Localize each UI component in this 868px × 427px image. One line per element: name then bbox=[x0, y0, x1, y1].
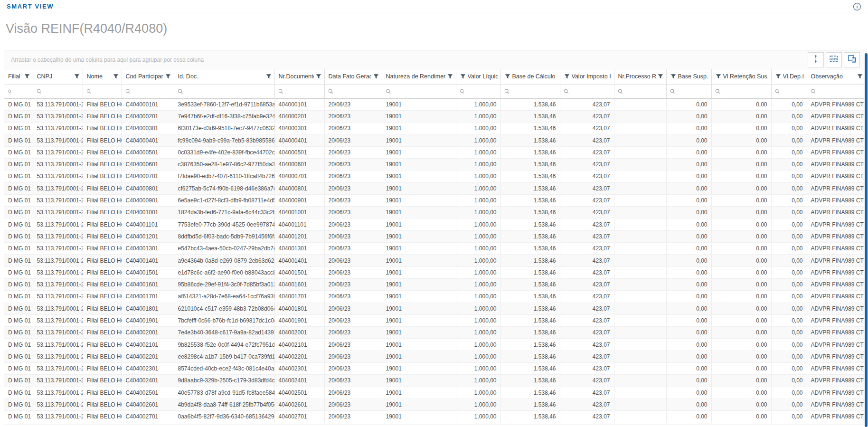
column-header-natureza[interactable]: Natureza de Rendimento bbox=[382, 69, 456, 84]
table-row[interactable]: D MG 0153.113.791/0001-22Filial BELO HOR… bbox=[4, 158, 864, 170]
search-cell-data_fato_gerador[interactable] bbox=[324, 84, 382, 98]
cell-vl_retencao_sus_ir: 0,00 bbox=[711, 218, 771, 230]
table-row[interactable]: D MG 0153.113.791/0001-22Filial BELO HOR… bbox=[4, 411, 864, 423]
column-header-nome[interactable]: Nome bbox=[83, 69, 122, 84]
search-input-cod_participante[interactable] bbox=[132, 88, 172, 95]
table-row[interactable]: D MG 0153.113.791/0001-22Filial BELO HOR… bbox=[4, 339, 864, 351]
table-row[interactable]: D MG 0153.113.791/0001-22Filial BELO HOR… bbox=[4, 314, 864, 326]
column-header-cnpj[interactable]: CNPJ bbox=[33, 69, 83, 84]
search-cell-valor_imposto_ir[interactable] bbox=[560, 84, 614, 98]
search-input-vl_dep_ir[interactable] bbox=[782, 88, 805, 95]
column-header-observacao[interactable]: Observação bbox=[807, 69, 864, 84]
search-input-natureza[interactable] bbox=[393, 88, 453, 95]
search-input-data_fato_gerador[interactable] bbox=[335, 88, 380, 95]
search-cell-cnpj[interactable] bbox=[33, 84, 83, 98]
table-row[interactable]: D MG 0153.113.791/0001-22Filial BELO HOR… bbox=[4, 387, 864, 399]
table-row[interactable]: D MG 0153.113.791/0001-22Filial BELO HOR… bbox=[4, 98, 864, 110]
table-row[interactable]: D MG 0153.113.791/0001-22Filial BELO HOR… bbox=[4, 303, 864, 314]
table-row[interactable]: D MG 0153.113.791/0001-22Filial BELO HOR… bbox=[4, 363, 864, 375]
filter-funnel-icon[interactable] bbox=[460, 74, 466, 79]
column-header-vl_retencao_sus_ir[interactable]: Vl Retenção Sus. IR bbox=[711, 69, 771, 84]
table-row[interactable]: D MG 0153.113.791/0001-22Filial BELO HOR… bbox=[4, 110, 864, 122]
search-cell-natureza[interactable] bbox=[382, 84, 456, 98]
column-header-nr_documento[interactable]: Nr.Documento bbox=[274, 69, 324, 84]
search-cell-base_calculo_ir[interactable] bbox=[500, 84, 560, 98]
vertical-scrollbar[interactable] bbox=[865, 53, 868, 427]
search-input-nome[interactable] bbox=[93, 88, 120, 95]
filter-funnel-icon[interactable] bbox=[564, 74, 570, 79]
search-cell-cod_participante[interactable] bbox=[122, 84, 174, 98]
filter-funnel-icon[interactable] bbox=[266, 74, 272, 79]
table-row[interactable]: D MG 0153.113.791/0001-22Filial BELO HOR… bbox=[4, 218, 864, 230]
column-header-nr_processo_ref[interactable]: Nr.Processo Ref. bbox=[614, 69, 666, 84]
table-row[interactable]: D MG 0153.113.791/0001-22Filial BELO HOR… bbox=[4, 182, 864, 194]
table-row[interactable]: D MG 0153.113.791/0001-22Filial BELO HOR… bbox=[4, 171, 864, 182]
table-row[interactable]: D MG 0153.113.791/0001-22Filial BELO HOR… bbox=[4, 207, 864, 218]
search-input-valor_liquido[interactable] bbox=[466, 88, 498, 95]
search-cell-id_doc[interactable] bbox=[174, 84, 274, 98]
column-chooser-button[interactable] bbox=[844, 52, 860, 67]
table-row[interactable]: D MG 0153.113.791/0001-22Filial BELO HOR… bbox=[4, 351, 864, 362]
filter-funnel-icon[interactable] bbox=[24, 74, 30, 79]
search-cell-observacao[interactable] bbox=[807, 84, 864, 98]
column-header-base_calculo_ir[interactable]: Base de Cálculo IR bbox=[500, 69, 560, 84]
filter-funnel-icon[interactable] bbox=[716, 74, 721, 79]
search-input-nr_documento[interactable] bbox=[285, 88, 322, 95]
table-row[interactable]: D MG 0153.113.791/0001-22Filial BELO HOR… bbox=[4, 194, 864, 206]
table-row[interactable]: D MG 0153.113.791/0001-22Filial BELO HOR… bbox=[4, 230, 864, 242]
cell-nr_processo_ref bbox=[614, 146, 666, 158]
filter-funnel-icon[interactable] bbox=[165, 74, 171, 79]
table-row[interactable]: D MG 0153.113.791/0001-22Filial BELO HOR… bbox=[4, 291, 864, 303]
filter-funnel-icon[interactable] bbox=[373, 74, 379, 79]
search-input-filial[interactable] bbox=[14, 88, 30, 95]
filter-funnel-icon[interactable] bbox=[775, 74, 781, 79]
search-input-observacao[interactable] bbox=[818, 88, 864, 95]
search-input-id_doc[interactable] bbox=[185, 88, 272, 95]
table-row[interactable]: D MG 0153.113.791/0001-22Filial BELO HOR… bbox=[4, 266, 864, 278]
search-cell-nome[interactable] bbox=[83, 84, 122, 98]
search-cell-vl_dep_ir[interactable] bbox=[771, 84, 807, 98]
search-input-base_calculo_ir[interactable] bbox=[511, 88, 558, 95]
search-input-base_susp_ir[interactable] bbox=[677, 88, 709, 95]
column-header-id_doc[interactable]: Id. Doc. bbox=[174, 69, 274, 84]
search-cell-valor_liquido[interactable] bbox=[456, 84, 500, 98]
search-cell-nr_documento[interactable] bbox=[274, 84, 324, 98]
column-header-valor_imposto_ir[interactable]: Valor Imposto IR bbox=[560, 69, 614, 84]
table-row[interactable]: D MG 0153.113.791/0001-22Filial BELO HOR… bbox=[4, 255, 864, 266]
search-cell-filial[interactable] bbox=[4, 84, 33, 98]
column-header-base_susp_ir[interactable]: Base Susp.IR bbox=[666, 69, 711, 84]
column-header-filial[interactable]: Filial bbox=[4, 69, 33, 84]
filter-funnel-icon[interactable] bbox=[316, 74, 321, 79]
table-row[interactable]: D MG 0153.113.791/0001-22Filial BELO HOR… bbox=[4, 327, 864, 339]
column-header-cod_participante[interactable]: Cod Participante bbox=[122, 69, 174, 84]
column-header-valor_liquido[interactable]: Valor Líquido bbox=[456, 69, 500, 84]
search-cell-nr_processo_ref[interactable] bbox=[614, 84, 666, 98]
filter-funnel-icon[interactable] bbox=[447, 74, 453, 79]
column-header-data_fato_gerador[interactable]: Data Fato Gerador bbox=[324, 69, 382, 84]
table-row[interactable]: D MG 0153.113.791/0001-22Filial BELO HOR… bbox=[4, 146, 864, 158]
column-header-vl_dep_ir[interactable]: Vl.Dep.IR bbox=[771, 69, 807, 84]
search-cell-vl_retencao_sus_ir[interactable] bbox=[711, 84, 771, 98]
filter-funnel-icon[interactable] bbox=[857, 74, 863, 79]
search-input-nr_processo_ref[interactable] bbox=[625, 88, 664, 95]
table-row[interactable]: D MG 0153.113.791/0001-22Filial BELO HOR… bbox=[4, 399, 864, 410]
info-icon[interactable] bbox=[853, 2, 861, 11]
group-by-panel[interactable]: Arrastar o cabeçalho de uma coluna para … bbox=[4, 50, 864, 69]
filter-funnel-icon[interactable] bbox=[670, 74, 676, 79]
table-row[interactable]: D MG 0153.113.791/0001-22Filial BELO HOR… bbox=[4, 134, 864, 146]
filter-funnel-icon[interactable] bbox=[113, 74, 119, 79]
filter-funnel-icon[interactable] bbox=[505, 74, 510, 79]
search-input-vl_retencao_sus_ir[interactable] bbox=[722, 88, 769, 95]
table-row[interactable]: D MG 0153.113.791/0001-22Filial BELO HOR… bbox=[4, 123, 864, 134]
table-row[interactable]: D MG 0153.113.791/0001-22Filial BELO HOR… bbox=[4, 278, 864, 290]
table-row[interactable]: D MG 0153.113.791/0001-22Filial BELO HOR… bbox=[4, 243, 864, 255]
cell-id_doc: ee8298c4-a1b7-15b9-b417-0ca739fd1051 bbox=[174, 351, 274, 362]
search-input-valor_imposto_ir[interactable] bbox=[571, 88, 612, 95]
export-xlsx-button[interactable]: xlsx bbox=[826, 52, 842, 67]
row-size-button[interactable] bbox=[808, 52, 824, 67]
table-row[interactable]: D MG 0153.113.791/0001-22Filial BELO HOR… bbox=[4, 375, 864, 387]
search-input-cnpj[interactable] bbox=[43, 88, 80, 95]
filter-funnel-icon[interactable] bbox=[74, 74, 80, 79]
filter-funnel-icon[interactable] bbox=[658, 74, 663, 79]
search-cell-base_susp_ir[interactable] bbox=[666, 84, 711, 98]
